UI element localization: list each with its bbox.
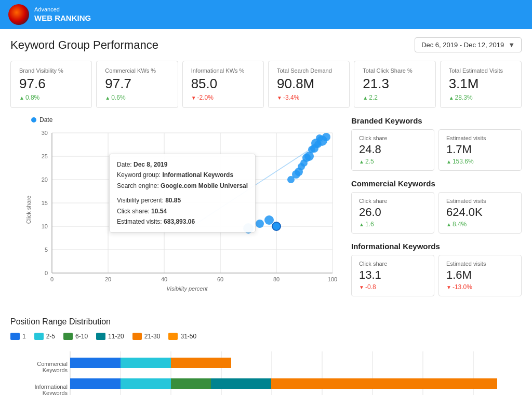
logo-advanced: Advanced <box>34 6 91 13</box>
kpi-arrow-0 <box>19 94 24 101</box>
svg-point-42 <box>308 146 315 153</box>
keyword-card-arrow-2-0 <box>359 283 364 291</box>
kpi-change-4: 2.2 <box>363 94 427 101</box>
dist-legend-color-4 <box>132 333 142 340</box>
dist-legend-color-2 <box>63 333 73 340</box>
kpi-arrow-2 <box>191 94 196 101</box>
keywords-panel: Branded Keywords Click share 24.8 2.5 Es… <box>351 116 522 305</box>
keyword-card-change-text-2-1: -13.0% <box>453 283 472 291</box>
scatter-chart: Click share <box>31 128 343 292</box>
dist-legend-item-5: 31-50 <box>168 333 196 340</box>
keyword-card-label-0-1: Estimated visits <box>446 135 514 141</box>
keyword-card-value-0-1: 1.7M <box>446 143 514 156</box>
svg-text:0: 0 <box>45 270 48 276</box>
keyword-card-change-text-0-1: 153.6% <box>453 158 474 165</box>
keyword-card-arrow-1-0 <box>359 221 364 228</box>
main-content-row: Date Click share <box>10 116 522 305</box>
kpi-label-0: Brand Visibility % <box>19 67 83 74</box>
bar-chart-svg: Commercial Keywords Informational Keywor… <box>10 346 520 395</box>
page-title: Keyword Group Performance <box>10 38 158 52</box>
keyword-card-arrow-2-1 <box>446 283 451 291</box>
svg-text:15: 15 <box>42 200 48 206</box>
keyword-card-change-1-0: 1.6 <box>359 221 427 228</box>
svg-text:20: 20 <box>105 276 111 282</box>
svg-text:100: 100 <box>328 276 337 282</box>
kpi-card-1: Commercial KWs % 97.7 0.6% <box>96 61 178 108</box>
logo-icon <box>8 4 29 25</box>
dist-legend-color-0 <box>10 333 20 340</box>
keyword-card-0-0: Click share 24.8 2.5 <box>351 129 434 171</box>
svg-rect-67 <box>211 378 271 389</box>
kpi-value-5: 3.1M <box>449 76 513 92</box>
kpi-value-3: 90.8M <box>277 76 341 92</box>
svg-point-44 <box>298 163 305 170</box>
keyword-card-arrow-0-0 <box>359 158 364 165</box>
distribution-legend: 1 2-5 6-10 11-20 21-30 31-50 <box>10 333 522 340</box>
svg-text:Keywords: Keywords <box>43 367 68 373</box>
kpi-arrow-5 <box>449 94 454 101</box>
page-header-row: Keyword Group Performance Dec 6, 2019 - … <box>10 37 522 52</box>
logo-text: Advanced WEB RANKING <box>34 6 91 23</box>
keyword-section-title-0: Branded Keywords <box>351 116 522 125</box>
dist-legend-item-0: 1 <box>10 333 26 340</box>
svg-text:40: 40 <box>161 276 167 282</box>
kpi-card-3: Total Search Demand 90.8M -3.4% <box>268 61 350 108</box>
svg-rect-68 <box>271 378 497 389</box>
svg-text:5: 5 <box>45 247 48 253</box>
kpi-label-2: Informational KWs % <box>191 67 255 74</box>
keyword-card-2-1: Estimated visits 1.6M -13.0% <box>438 255 522 296</box>
y-axis-label: Click share <box>25 196 32 224</box>
kpi-value-1: 97.7 <box>105 76 169 92</box>
keyword-card-change-2-1: -13.0% <box>446 283 514 291</box>
keyword-section-1: Commercial Keywords Click share 26.0 1.6… <box>351 179 522 234</box>
kpi-label-1: Commercial KWs % <box>105 67 169 74</box>
keyword-card-0-1: Estimated visits 1.7M 153.6% <box>438 129 522 171</box>
keyword-cards-row-0: Click share 24.8 2.5 Estimated visits 1.… <box>351 129 522 171</box>
kpi-value-4: 21.3 <box>363 76 427 92</box>
logo-web-ranking: WEB RANKING <box>34 13 91 23</box>
svg-point-46 <box>272 222 281 230</box>
kpi-arrow-4 <box>363 94 368 101</box>
kpi-change-1: 0.6% <box>105 94 169 101</box>
kpi-change-text-2: -2.0% <box>197 94 214 101</box>
dist-legend-label-5: 31-50 <box>180 333 196 340</box>
dist-legend-color-3 <box>96 333 105 340</box>
dist-legend-color-1 <box>34 333 44 340</box>
kpi-change-text-4: 2.2 <box>369 94 378 101</box>
keyword-cards-row-2: Click share 13.1 -0.8 Estimated visits 1… <box>351 255 522 296</box>
keyword-card-change-text-2-0: -0.8 <box>365 283 376 291</box>
svg-point-29 <box>243 223 254 234</box>
svg-point-39 <box>322 133 330 141</box>
keyword-card-value-2-0: 13.1 <box>359 268 427 282</box>
keyword-section-2: Informational Keywords Click share 13.1 … <box>351 242 522 296</box>
svg-text:Informational: Informational <box>34 384 68 390</box>
date-picker-arrow-icon: ▼ <box>508 41 515 49</box>
kpi-arrow-3 <box>277 94 282 101</box>
kpi-change-2: -2.0% <box>191 94 255 101</box>
dist-legend-label-0: 1 <box>22 333 26 340</box>
kpi-cards-row: Brand Visibility % 97.6 0.8% Commercial … <box>10 61 522 108</box>
keyword-card-value-0-0: 24.8 <box>359 143 427 156</box>
bar-chart-wrapper: Commercial Keywords Informational Keywor… <box>10 346 522 395</box>
keyword-card-label-1-0: Click share <box>359 198 427 204</box>
date-range-picker[interactable]: Dec 6, 2019 - Dec 12, 2019 ▼ <box>415 37 522 52</box>
scatter-legend: Date <box>31 116 343 124</box>
kpi-card-2: Informational KWs % 85.0 -2.0% <box>182 61 264 108</box>
keyword-card-change-0-1: 153.6% <box>446 158 514 165</box>
svg-text:80: 80 <box>273 276 280 282</box>
kpi-card-4: Total Click Share % 21.3 2.2 <box>354 61 435 108</box>
dist-legend-label-4: 21-30 <box>144 333 161 340</box>
keyword-card-change-text-1-0: 1.6 <box>365 221 374 228</box>
svg-line-28 <box>192 138 327 226</box>
svg-text:30: 30 <box>42 130 48 136</box>
kpi-change-0: 0.8% <box>19 94 83 101</box>
keyword-card-label-2-1: Estimated visits <box>446 261 514 267</box>
svg-rect-62 <box>121 358 171 368</box>
keyword-card-1-1: Estimated visits 624.0K 8.4% <box>438 192 522 234</box>
kpi-arrow-1 <box>105 94 110 101</box>
svg-text:10: 10 <box>42 223 48 229</box>
kpi-label-4: Total Click Share % <box>363 67 427 74</box>
x-axis-label: Visibility percent <box>31 285 343 292</box>
kpi-change-text-3: -3.4% <box>283 94 299 101</box>
keyword-card-1-0: Click share 26.0 1.6 <box>351 192 434 234</box>
